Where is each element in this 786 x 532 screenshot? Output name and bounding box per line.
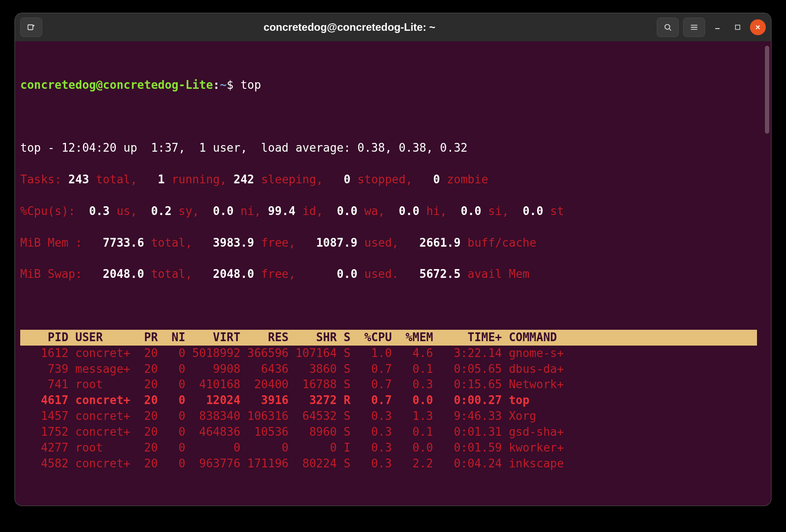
process-row: 739 message+ 20 0 9908 6436 3860 S 0.7 0… bbox=[20, 361, 766, 377]
menu-button[interactable] bbox=[683, 18, 705, 37]
process-list: 1612 concret+ 20 0 5018992 366596 107164… bbox=[20, 346, 766, 472]
top-header: PID USER PR NI VIRT RES SHR S %CPU %MEM … bbox=[20, 330, 757, 346]
close-button[interactable] bbox=[750, 19, 766, 35]
process-row: 1752 concret+ 20 0 464836 10536 8960 S 0… bbox=[20, 424, 766, 440]
top-cpu-line: %Cpu(s): 0.3 us, 0.2 sy, 0.0 ni, 99.4 id… bbox=[20, 204, 766, 219]
prompt-line-1: concretedog@concretedog-Lite:~$ top bbox=[20, 77, 766, 93]
process-row: 4277 root 20 0 0 0 0 I 0.3 0.0 0:01.59 k… bbox=[20, 440, 766, 456]
process-row: 1612 concret+ 20 0 5018992 366596 107164… bbox=[20, 346, 766, 361]
svg-rect-0 bbox=[28, 25, 33, 30]
scrollbar[interactable] bbox=[765, 46, 769, 134]
process-row: 741 root 20 0 410168 20400 16788 S 0.7 0… bbox=[20, 377, 766, 393]
top-mem-line: MiB Mem : 7733.6 total, 3983.9 free, 108… bbox=[20, 235, 766, 251]
search-button[interactable] bbox=[657, 18, 679, 37]
maximize-button[interactable] bbox=[730, 19, 746, 35]
new-tab-button[interactable] bbox=[20, 18, 42, 37]
svg-rect-2 bbox=[735, 25, 740, 29]
process-row: 1457 concret+ 20 0 838340 106316 64532 S… bbox=[20, 408, 766, 424]
window-title: concretedog@concretedog-Lite: ~ bbox=[47, 21, 652, 33]
terminal-body[interactable]: concretedog@concretedog-Lite:~$ top top … bbox=[15, 41, 771, 506]
prompt-user: concretedog@concretedog-Lite bbox=[20, 78, 213, 91]
process-row: 4582 concret+ 20 0 963776 171196 80224 S… bbox=[20, 456, 766, 472]
svg-point-1 bbox=[665, 25, 670, 29]
titlebar: concretedog@concretedog-Lite: ~ bbox=[15, 13, 771, 41]
top-summary-line: top - 12:04:20 up 1:37, 1 user, load ave… bbox=[20, 140, 766, 156]
top-tasks-line: Tasks: 243 total, 1 running, 242 sleepin… bbox=[20, 172, 766, 188]
top-swap-line: MiB Swap: 2048.0 total, 2048.0 free, 0.0… bbox=[20, 266, 766, 282]
minimize-button[interactable] bbox=[710, 19, 725, 35]
command-top: top bbox=[240, 78, 261, 91]
terminal-window: concretedog@concretedog-Lite: ~ concrete… bbox=[15, 13, 771, 506]
process-row: 4617 concret+ 20 0 12024 3916 3272 R 0.7… bbox=[20, 393, 766, 408]
